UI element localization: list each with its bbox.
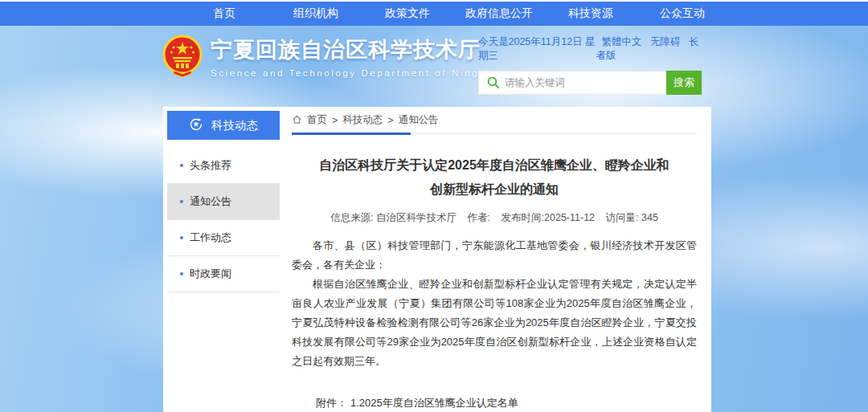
search-icon bbox=[479, 76, 500, 89]
article-meta: 信息来源: 自治区科学技术厅 作者: 发布时间:2025-11-12 访问量: … bbox=[292, 211, 697, 225]
nav-item-policy-documents[interactable]: 政策文件 bbox=[362, 6, 453, 21]
breadcrumb-separator: > bbox=[332, 115, 338, 126]
site-header: 宁夏回族自治区科学技术厅 Science and Technology Depa… bbox=[0, 26, 868, 105]
attachment-list: 1.2025年度自治区雏鹰企业认定名单 2.2025年度自治区瞪羚企业认定名单 … bbox=[350, 394, 550, 412]
nav-item-gov-info-disclosure[interactable]: 政府信息公开 bbox=[453, 6, 545, 21]
search-bar: 搜索 bbox=[478, 71, 702, 95]
meta-author: 作者: bbox=[468, 212, 490, 223]
breadcrumb-separator: > bbox=[387, 115, 393, 126]
site-title: 宁夏回族自治区科学技术厅 bbox=[211, 35, 497, 64]
sidebar-item-label: 时政要闻 bbox=[190, 267, 231, 281]
meta-publish-date: 发布时间:2025-11-12 bbox=[502, 212, 596, 223]
link-accessibility[interactable]: 无障碍 bbox=[650, 36, 681, 47]
sidebar-item-work-updates[interactable]: 工作动态 bbox=[167, 220, 280, 256]
sidebar-item-notices[interactable]: 通知公告 bbox=[167, 184, 280, 220]
article-paragraph: 根据自治区雏鹰企业、瞪羚企业和创新型标杆企业认定管理有关规定，决定认定半亩良人农… bbox=[292, 275, 697, 371]
bullet-dot-icon bbox=[180, 236, 183, 239]
bullet-dot-icon bbox=[180, 200, 183, 203]
breadcrumb-notices[interactable]: 通知公告 bbox=[399, 113, 439, 127]
header-meta: 今天是2025年11月12日 星期三 繁體中文 无障碍 长者版 bbox=[478, 35, 702, 63]
breadcrumb-home[interactable]: 首页 bbox=[307, 113, 327, 127]
sidebar-item-headline-recommend[interactable]: 头条推荐 bbox=[167, 148, 280, 184]
breadcrumb-tech-news[interactable]: 科技动态 bbox=[342, 113, 383, 127]
header-right: 今天是2025年11月12日 星期三 繁體中文 无障碍 长者版 搜索 bbox=[478, 35, 702, 95]
attachments-label: 附件： bbox=[316, 394, 347, 412]
main-content: 首页 > 科技动态 > 通知公告 自治区科技厅关于认定2025年度自治区雏鹰企业… bbox=[284, 107, 711, 412]
sidebar-title: 科技动态 bbox=[211, 118, 258, 133]
today-date: 今天是2025年11月12日 星期三 bbox=[478, 35, 596, 63]
bullet-dot-icon bbox=[180, 164, 183, 167]
attachments: 附件： 1.2025年度自治区雏鹰企业认定名单 2.2025年度自治区瞪羚企业认… bbox=[292, 394, 697, 412]
nav-item-organization[interactable]: 组织机构 bbox=[270, 6, 362, 21]
nav-item-tech-resources[interactable]: 科技资源 bbox=[545, 6, 637, 21]
breadcrumb: 首页 > 科技动态 > 通知公告 bbox=[292, 107, 697, 134]
sidebar-menu: 头条推荐 通知公告 工作动态 时政要闻 bbox=[167, 148, 280, 292]
sidebar-item-label: 工作动态 bbox=[190, 230, 231, 245]
nav-item-public-interaction[interactable]: 公众互动 bbox=[637, 6, 728, 21]
sidebar-item-current-politics[interactable]: 时政要闻 bbox=[167, 256, 280, 292]
meta-source: 信息来源: 自治区科学技术厅 bbox=[330, 212, 457, 223]
link-traditional-chinese[interactable]: 繁體中文 bbox=[602, 36, 642, 47]
sidebar: 科技动态 头条推荐 通知公告 工作动态 时政要闻 bbox=[163, 107, 284, 412]
site-logo[interactable]: 宁夏回族自治区科学技术厅 Science and Technology Depa… bbox=[162, 34, 497, 79]
content-area: 科技动态 头条推荐 通知公告 工作动态 时政要闻 首页 > 科技动态 > 通知公… bbox=[163, 107, 711, 412]
attachment-link-1[interactable]: 1.2025年度自治区雏鹰企业认定名单 bbox=[350, 394, 550, 412]
bullet-dot-icon bbox=[180, 272, 183, 275]
site-subtitle: Science and Technology Department of Nin… bbox=[211, 68, 497, 78]
national-emblem-icon bbox=[162, 34, 203, 79]
star-circle-icon bbox=[189, 117, 203, 134]
sidebar-item-label: 头条推荐 bbox=[190, 158, 231, 173]
search-button[interactable]: 搜索 bbox=[666, 71, 702, 95]
sidebar-header: 科技动态 bbox=[167, 111, 280, 140]
top-nav: 首页 组织机构 政策文件 政府信息公开 科技资源 公众互动 bbox=[0, 0, 868, 26]
article-paragraph: 各市、县（区）科技管理部门，宁东能源化工基地管委会，银川经济技术开发区管委会，各… bbox=[292, 236, 697, 275]
meta-visits: 访问量: 345 bbox=[606, 212, 658, 223]
article-title: 自治区科技厅关于认定2025年度自治区雏鹰企业、瞪羚企业和创新型标杆企业的通知 bbox=[316, 153, 674, 202]
nav-item-home[interactable]: 首页 bbox=[178, 6, 270, 21]
breadcrumb-active-underline bbox=[292, 133, 411, 135]
home-icon bbox=[292, 114, 302, 127]
quick-links: 繁體中文 无障碍 长者版 bbox=[596, 35, 702, 63]
article-body: 各市、县（区）科技管理部门，宁东能源化工基地管委会，银川经济技术开发区管委会，各… bbox=[292, 236, 697, 371]
sidebar-item-label: 通知公告 bbox=[190, 194, 231, 209]
search-input[interactable] bbox=[500, 71, 666, 94]
